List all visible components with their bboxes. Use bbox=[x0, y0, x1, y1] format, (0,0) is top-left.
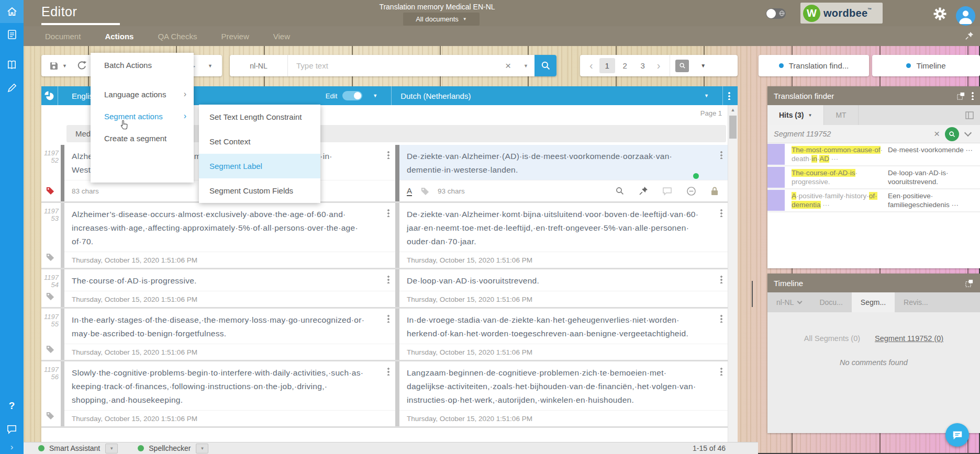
submenu-item-segment-custom-fields[interactable]: Segment Custom Fields bbox=[199, 178, 320, 203]
all-segments-link[interactable]: All Segments (0) bbox=[804, 334, 860, 343]
expand-sidebar-icon[interactable]: › bbox=[0, 440, 24, 454]
toolbar-more-caret-icon[interactable]: ▼ bbox=[208, 63, 213, 69]
target-cell[interactable]: De·​loop·​van·​AD·​is·​vooruitstrevend. … bbox=[399, 269, 728, 307]
smart-assistant-caret-icon[interactable]: ▼ bbox=[105, 444, 118, 453]
target-cell[interactable]: De·​ziekte·​van·​Alzheimer·​komt·​bijna·… bbox=[399, 203, 728, 268]
source-cell[interactable]: Slowly·​the·​cognitive·​problems·​begin·… bbox=[64, 361, 395, 426]
tab-language[interactable]: nl-NL bbox=[767, 292, 810, 312]
tab-revisions[interactable]: Revis... bbox=[895, 292, 937, 312]
scroll-up-icon[interactable]: ▲ bbox=[728, 105, 738, 114]
menu-preview[interactable]: Preview bbox=[221, 32, 249, 41]
page-preview-search-icon[interactable] bbox=[675, 60, 689, 72]
tab-hits[interactable]: Hits (3) ▼ bbox=[767, 105, 824, 125]
comment-icon[interactable] bbox=[662, 186, 672, 196]
grid-scrollbar[interactable]: ▲ bbox=[728, 105, 738, 442]
cell-menu-icon[interactable] bbox=[387, 151, 389, 159]
tab-segment[interactable]: Segm... bbox=[852, 292, 895, 312]
finder-hit-row[interactable]: The·​course·​of·​AD·​is·​progressive. De… bbox=[767, 166, 980, 189]
cell-menu-icon[interactable] bbox=[387, 367, 389, 376]
search-input[interactable] bbox=[288, 54, 499, 77]
page-2-button[interactable]: 2 bbox=[617, 58, 633, 73]
finder-hit-row[interactable]: The·​most·​common·​cause·​of·​death·​in·… bbox=[767, 143, 980, 166]
cell-menu-icon[interactable] bbox=[720, 151, 722, 159]
spellchecker-caret-icon[interactable]: ▼ bbox=[196, 444, 208, 453]
refresh-icon[interactable] bbox=[76, 60, 87, 71]
dictionary-icon[interactable] bbox=[0, 53, 24, 76]
translation-finder-pill[interactable]: Translation find... bbox=[759, 55, 869, 76]
submenu-item-segment-label[interactable]: Segment Label bbox=[199, 154, 320, 178]
popout-panel-icon[interactable] bbox=[965, 279, 974, 288]
menu-document[interactable]: Document bbox=[45, 32, 81, 41]
insert-tag-icon[interactable] bbox=[420, 187, 429, 196]
segment-row[interactable]: 119753 Alzheimer’s·​disease·​occurs·​alm… bbox=[41, 203, 728, 269]
submenu-item-set-context[interactable]: Set Context bbox=[199, 129, 320, 154]
interface-language-toggle[interactable] bbox=[766, 8, 786, 19]
lock-segment-icon[interactable] bbox=[710, 186, 719, 196]
source-cell[interactable]: In·​the·​early·​stages·​of·​the·​disease… bbox=[64, 309, 395, 360]
finder-hit-row[interactable]: A·​positive·​family·​history·​of·​dement… bbox=[767, 189, 980, 212]
settings-gear-icon[interactable] bbox=[933, 7, 946, 20]
segment-comments-link[interactable]: Segment 119752 (0) bbox=[875, 334, 943, 343]
concordance-search-icon[interactable] bbox=[615, 186, 625, 196]
task-list-icon[interactable] bbox=[0, 23, 24, 46]
finder-layout-icon[interactable] bbox=[965, 105, 980, 125]
pin-segment-icon[interactable] bbox=[639, 186, 648, 196]
cell-menu-icon[interactable] bbox=[387, 314, 389, 323]
scrollbar-thumb[interactable] bbox=[729, 116, 737, 139]
tab-document[interactable]: Docu... bbox=[810, 292, 851, 312]
finder-search-button[interactable] bbox=[945, 127, 959, 141]
statistics-pie-icon[interactable] bbox=[41, 86, 58, 105]
page-next-icon[interactable]: › bbox=[653, 60, 665, 72]
save-button[interactable] bbox=[49, 61, 59, 71]
cell-menu-icon[interactable] bbox=[720, 314, 722, 323]
save-options-caret-icon[interactable]: ▼ bbox=[62, 63, 67, 69]
spellchecker-label[interactable]: Spellchecker bbox=[149, 444, 191, 452]
popout-panel-icon[interactable] bbox=[956, 92, 965, 100]
user-avatar[interactable] bbox=[956, 6, 975, 26]
home-icon[interactable] bbox=[0, 0, 24, 23]
page-1-button[interactable]: 1 bbox=[599, 58, 615, 73]
edit-toggle[interactable] bbox=[342, 91, 362, 100]
segment-row[interactable]: 119756 Slowly·​the·​cognitive·​problems·… bbox=[41, 361, 728, 428]
segment-tag-icon[interactable] bbox=[46, 411, 54, 420]
cell-menu-icon[interactable] bbox=[387, 275, 389, 283]
segment-tag-icon[interactable] bbox=[46, 186, 54, 195]
menu-qa-checks[interactable]: QA Checks bbox=[158, 32, 197, 41]
search-language-selector[interactable]: nl-NL bbox=[230, 55, 288, 76]
cell-menu-icon[interactable] bbox=[720, 367, 722, 376]
help-icon[interactable]: ? bbox=[0, 394, 24, 417]
feedback-chat-icon[interactable] bbox=[0, 417, 24, 440]
tab-mt[interactable]: MT bbox=[824, 105, 858, 125]
target-cell[interactable]: Langzaam·​beginnen·​de·​cognitieve·​prob… bbox=[399, 361, 728, 426]
target-cell[interactable]: In·​de·​vroege·​stadia·​van·​de·​ziekte·… bbox=[399, 309, 728, 360]
segment-row[interactable]: 119755 In·​the·​early·​stages·​of·​the·​… bbox=[41, 309, 728, 361]
cell-menu-icon[interactable] bbox=[720, 275, 722, 283]
timeline-pill[interactable]: Timeline bbox=[872, 55, 980, 76]
menu-item-create-a-segment[interactable]: Create a segment bbox=[91, 127, 194, 149]
panel-menu-icon[interactable] bbox=[972, 92, 974, 100]
target-caret-icon[interactable]: ▼ bbox=[704, 93, 709, 98]
menu-actions[interactable]: Actions bbox=[105, 32, 133, 41]
finder-expand-icon[interactable] bbox=[964, 129, 972, 137]
segment-tag-icon[interactable] bbox=[46, 253, 54, 262]
edit-caret-icon[interactable]: ▼ bbox=[373, 93, 377, 98]
target-cell[interactable]: De·​ziekte·​van·​Alzheimer·​(AD)·​is·​de… bbox=[399, 145, 728, 201]
panel-resize-handle[interactable] bbox=[752, 281, 753, 307]
source-cell[interactable]: The·​course·​of·​AD·​is·​progressive. Th… bbox=[64, 269, 395, 307]
formatting-icon[interactable]: A bbox=[407, 186, 412, 196]
target-language-header[interactable]: Dutch (Netherlands) bbox=[400, 92, 471, 100]
submenu-item-set-text-length-constraint[interactable]: Set Text Length Constraint bbox=[199, 105, 320, 129]
grid-menu-icon[interactable] bbox=[728, 92, 730, 100]
segment-tag-icon[interactable] bbox=[46, 345, 54, 354]
segment-row[interactable]: 119754 The·​course·​of·​AD·​is·​progress… bbox=[41, 269, 728, 309]
menu-item-segment-actions[interactable]: Segment actions › bbox=[91, 105, 194, 127]
clear-query-icon[interactable]: × bbox=[929, 128, 945, 140]
exclude-segment-icon[interactable] bbox=[686, 186, 696, 196]
smart-assistant-label[interactable]: Smart Assistant bbox=[49, 444, 100, 452]
page-3-button[interactable]: 3 bbox=[635, 58, 651, 73]
menu-item-batch-actions[interactable]: Batch Actions bbox=[91, 53, 194, 77]
pin-toolbar-icon[interactable] bbox=[965, 31, 974, 40]
cell-menu-icon[interactable] bbox=[720, 209, 722, 217]
menu-view[interactable]: View bbox=[273, 32, 290, 41]
cell-menu-icon[interactable] bbox=[387, 209, 389, 217]
